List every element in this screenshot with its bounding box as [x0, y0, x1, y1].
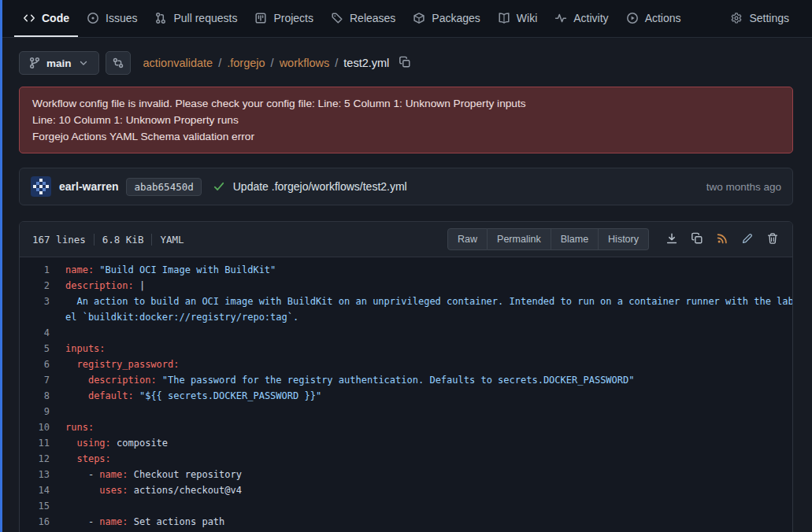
branch-icon [28, 57, 41, 69]
nav-item-activity[interactable]: Activity [546, 0, 617, 37]
code-line: 10runs: [20, 419, 792, 435]
branch-selector[interactable]: main [19, 51, 99, 75]
history-button[interactable]: History [599, 228, 649, 250]
raw-button[interactable]: Raw [447, 228, 488, 250]
code-line-content: runs: [50, 419, 94, 435]
avatar[interactable] [31, 176, 51, 197]
nav-item-wiki[interactable]: Wiki [489, 0, 546, 37]
code-line-content: registry_password: [50, 357, 180, 372]
code-icon [23, 12, 35, 24]
code-line-content: uses: actions/checkout@v4 [50, 482, 242, 498]
code-line: 5inputs: [20, 341, 792, 357]
commit-sha[interactable]: abab65450d [126, 178, 201, 196]
nav-item-projects[interactable]: Projects [246, 0, 322, 37]
line-number[interactable]: 3 [20, 294, 50, 325]
copy-path-button[interactable] [397, 54, 413, 72]
code-line: 9 [20, 404, 792, 419]
breadcrumb-separator: / [335, 57, 338, 69]
divider [94, 234, 95, 246]
chevron-down-icon [77, 57, 90, 69]
download-icon [666, 232, 678, 247]
window-focus-border [0, 0, 2, 532]
play-icon [626, 12, 639, 24]
line-number[interactable]: 5 [20, 341, 50, 357]
nav-item-settings[interactable]: Settings [721, 0, 798, 37]
code-line: 13 - name: Checkout repository [20, 467, 792, 482]
breadcrumb: actionvalidate/.forgejo/workflows/test2.… [143, 57, 390, 69]
line-number[interactable]: 13 [20, 467, 50, 482]
delete-file-button[interactable] [761, 228, 784, 250]
code-line-content: default: "${{ secrets.DOCKER_PASSWORD }}… [50, 388, 321, 404]
file-actions: RawPermalinkBlameHistory [447, 228, 784, 250]
code-line: 15 [20, 498, 792, 514]
copy-icon [691, 232, 703, 247]
breadcrumb-link[interactable]: .forgejo [227, 57, 265, 69]
line-number[interactable]: 14 [20, 482, 50, 498]
trash-icon [766, 232, 779, 247]
breadcrumb-link[interactable]: workflows [280, 57, 330, 69]
nav-item-label: Packages [432, 12, 480, 24]
nav-item-issues[interactable]: Issues [78, 0, 146, 37]
line-number[interactable]: 4 [20, 325, 50, 341]
copy-content-button[interactable] [685, 228, 709, 250]
nav-item-label: Wiki [517, 12, 537, 24]
gear-icon [730, 12, 743, 24]
nav-item-packages[interactable]: Packages [404, 0, 488, 37]
rss-feed-button[interactable] [710, 228, 734, 250]
code-line: 2description: | [20, 278, 792, 294]
issue-icon [87, 12, 99, 24]
download-button[interactable] [660, 228, 684, 250]
code-line: 4 [20, 325, 792, 341]
line-number[interactable]: 16 [20, 514, 50, 530]
code-line-content [50, 325, 71, 341]
blame-button[interactable]: Blame [551, 228, 599, 250]
code-line: 16 - name: Set actions path [20, 514, 792, 530]
breadcrumb-current: test2.yml [343, 57, 389, 69]
nav-item-releases[interactable]: Releases [322, 0, 404, 37]
commit-header: earl-warren abab65450d Update .forgejo/w… [19, 168, 793, 205]
code-line-content: - name: Set actions path [50, 514, 224, 530]
commit-message[interactable]: Update .forgejo/workflows/test2.yml [233, 180, 407, 193]
code-line-content [50, 404, 71, 419]
line-number[interactable]: 15 [20, 498, 50, 514]
line-number[interactable]: 7 [20, 372, 50, 388]
line-number[interactable]: 8 [20, 388, 50, 404]
line-number[interactable]: 11 [20, 435, 50, 451]
book-icon [498, 12, 510, 24]
code-line: 12 steps: [20, 451, 792, 467]
nav-item-pull-requests[interactable]: Pull requests [146, 0, 246, 37]
code-line: 7 description: "The password for the reg… [20, 372, 792, 388]
line-number[interactable]: 9 [20, 404, 50, 419]
line-number[interactable]: 10 [20, 419, 50, 435]
nav-item-label: Pull requests [173, 12, 237, 24]
breadcrumb-link[interactable]: actionvalidate [143, 57, 213, 69]
line-number[interactable]: 6 [20, 357, 50, 372]
line-number[interactable]: 12 [20, 451, 50, 467]
nav-item-actions[interactable]: Actions [617, 0, 690, 37]
compare-icon [112, 57, 124, 69]
pull-request-icon [154, 12, 167, 24]
repo-nav-right: Settings [721, 0, 798, 37]
code-line-content [50, 498, 71, 514]
nav-item-label: Issues [106, 12, 137, 24]
copy-icon [399, 56, 411, 71]
code-line: 1name: "Build OCI Image with BuildKit" [20, 262, 792, 278]
compare-button[interactable] [106, 51, 131, 75]
code-line-content: An action to build an OCI image with Bui… [50, 294, 793, 325]
file-header: 167 lines 6.8 KiB YAML RawPermalinkBlame… [20, 222, 792, 257]
code-line: 8 default: "${{ secrets.DOCKER_PASSWORD … [20, 388, 792, 404]
nav-item-code[interactable]: Code [14, 0, 78, 37]
edit-file-button[interactable] [736, 228, 759, 250]
commit-author[interactable]: earl-warren [59, 180, 118, 193]
permalink-button[interactable]: Permalink [488, 228, 551, 250]
divider [151, 234, 152, 246]
repo-nav: CodeIssuesPull requestsProjectsReleasesP… [0, 0, 812, 38]
error-banner: Workflow config file is invalid. Please … [19, 87, 793, 153]
pencil-icon [741, 232, 754, 247]
nav-item-label: Actions [645, 12, 681, 24]
error-banner-line: Workflow config file is invalid. Please … [32, 95, 780, 112]
line-number[interactable]: 2 [20, 278, 50, 294]
nav-item-label: Releases [350, 12, 395, 24]
code-line-content: description: "The password for the regis… [50, 372, 635, 388]
line-number[interactable]: 1 [20, 262, 50, 278]
